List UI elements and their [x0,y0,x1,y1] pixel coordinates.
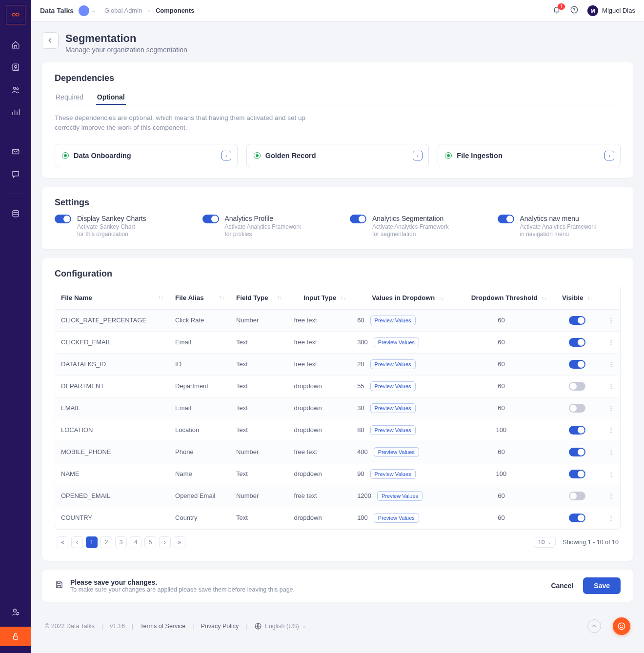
dependency-card[interactable]: File Ingestion › [438,144,621,167]
nav-mail-icon[interactable] [10,146,21,158]
row-menu-icon[interactable]: ⋮ [608,338,614,346]
col-field-type[interactable]: Field Type↑↓ [230,286,288,310]
cell-visible [553,507,603,529]
col-file-name[interactable]: File Name↑↓ [55,286,169,310]
row-menu-icon[interactable]: ⋮ [608,382,614,390]
org-avatar[interactable] [79,5,89,16]
row-menu-icon[interactable]: ⋮ [608,404,614,412]
row-menu-icon[interactable]: ⋮ [608,317,614,324]
dependency-card[interactable]: Data Onboarding › [55,144,238,167]
visible-toggle[interactable] [569,404,585,413]
nav-profile-icon[interactable] [10,61,21,73]
logo[interactable] [6,5,25,24]
save-button[interactable]: Save [583,577,621,594]
cancel-button[interactable]: Cancel [551,582,573,590]
tab-optional[interactable]: Optional [96,90,126,105]
cell-file-name: NAME [55,463,169,485]
preview-values-button[interactable]: Preview Values [370,403,416,413]
preview-values-button[interactable]: Preview Values [374,447,419,457]
notifications-icon[interactable]: 1 [552,5,561,16]
visible-toggle[interactable] [569,426,585,435]
scroll-top-button[interactable] [587,619,601,633]
nav-database-icon[interactable] [10,208,21,219]
nav-chart-icon[interactable] [10,106,21,118]
footer-language-select[interactable]: English (US) ⌄ [254,622,306,630]
help-icon[interactable] [570,5,579,16]
visible-toggle[interactable] [569,514,585,522]
dependency-go-button[interactable]: › [604,151,614,160]
col-input-type[interactable]: Input Type↑↓ [288,286,352,310]
cell-field-type: Text [230,507,288,529]
pager-page[interactable]: 1 [86,536,98,548]
cell-values: 100Preview Values [351,507,450,529]
col-values[interactable]: Values in Dropdown↑↓ [351,286,450,310]
preview-values-button[interactable]: Preview Values [374,337,419,347]
visible-toggle[interactable] [569,316,585,325]
col-threshold[interactable]: Dropdown Threshold↑↓ [450,286,552,310]
preview-values-button[interactable]: Preview Values [374,513,419,523]
chat-button[interactable] [613,617,630,635]
preview-values-button[interactable]: Preview Values [370,359,416,369]
setting-toggle[interactable] [55,215,71,223]
pager-last[interactable]: » [174,536,185,548]
row-menu-icon[interactable]: ⋮ [608,514,614,521]
nav-message-icon[interactable] [10,168,21,180]
pager-page[interactable]: 2 [101,536,112,548]
preview-values-button[interactable]: Preview Values [370,316,416,325]
pager-page[interactable]: 4 [130,536,141,548]
cell-threshold: 60 [450,507,552,529]
showing-label: Showing 1 - 10 of 10 [563,539,619,546]
pager-next[interactable]: › [159,536,171,548]
row-menu-icon[interactable]: ⋮ [608,448,614,455]
pager-page[interactable]: 5 [144,536,156,548]
dependencies-card: Dependencies Required Optional These dep… [42,62,633,178]
nav-lock-icon[interactable] [0,627,31,646]
dependencies-description: These dependencies are optional, which m… [55,113,328,133]
nav-people-icon[interactable] [10,84,21,96]
table-row: COUNTRY Country Text dropdown 100Preview… [55,507,620,529]
cell-file-alias: Opened Email [169,485,230,507]
dependency-go-button[interactable]: › [221,151,231,160]
user-menu[interactable]: M Miguel Dias [587,5,635,16]
per-page-select[interactable]: 10 ⌄ [534,537,556,548]
visible-toggle[interactable] [569,448,585,456]
dependency-card[interactable]: Golden Record › [246,144,429,167]
footer-terms[interactable]: Terms of Service [140,623,185,630]
dependency-go-button[interactable]: › [413,151,423,160]
tab-required[interactable]: Required [55,90,84,105]
save-subtitle: To make sure your changes are applied pl… [70,586,295,593]
pager-page[interactable]: 3 [115,536,127,548]
visible-toggle[interactable] [569,360,585,369]
footer-privacy[interactable]: Privacy Policy [201,623,239,630]
visible-toggle[interactable] [569,492,585,500]
setting-toggle[interactable] [202,215,219,223]
nav-user-admin-icon[interactable] [10,606,21,618]
cell-threshold: 100 [450,419,552,441]
setting-toggle[interactable] [498,215,514,223]
org-dropdown-icon[interactable]: ⌄ [91,7,96,14]
row-menu-icon[interactable]: ⋮ [608,426,614,434]
row-menu-icon[interactable]: ⋮ [608,492,614,499]
preview-values-button[interactable]: Preview Values [370,381,416,391]
setting-toggle[interactable] [350,215,366,223]
visible-toggle[interactable] [569,338,585,347]
row-menu-icon[interactable]: ⋮ [608,470,614,477]
svg-point-3 [17,88,19,90]
preview-values-button[interactable]: Preview Values [377,491,423,501]
cell-values: 300Preview Values [351,331,450,353]
visible-toggle[interactable] [569,382,585,391]
preview-values-button[interactable]: Preview Values [370,469,416,479]
pager-prev[interactable]: ‹ [71,536,83,548]
preview-values-button[interactable]: Preview Values [370,425,416,435]
col-visible[interactable]: Visible↑↓ [553,286,603,310]
nav-home-icon[interactable] [10,39,21,51]
pager-first[interactable]: « [57,536,68,548]
col-file-alias[interactable]: File Alias↑↓ [169,286,230,310]
breadcrumb-parent[interactable]: Global Admin [104,7,142,14]
cell-field-type: Text [230,397,288,419]
visible-toggle[interactable] [569,470,585,478]
row-menu-icon[interactable]: ⋮ [608,360,614,368]
breadcrumb: Global Admin › Components [104,7,194,14]
back-button[interactable] [42,32,59,49]
page-title: Segmentation [65,32,187,45]
